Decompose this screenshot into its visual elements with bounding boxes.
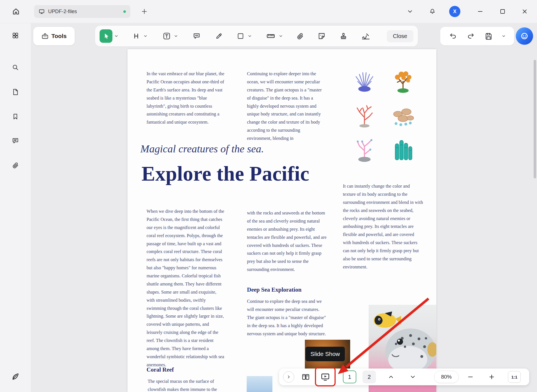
select-tool-button[interactable]	[100, 29, 112, 43]
display-icon	[39, 8, 45, 15]
undo-button[interactable]	[448, 32, 458, 40]
pen-tools-button[interactable]	[8, 369, 23, 384]
chevron-down-icon	[143, 34, 148, 38]
square-icon	[237, 32, 244, 40]
sticker-tool-button[interactable]	[317, 32, 326, 40]
chevron-down-icon	[248, 34, 252, 38]
save-dropdown[interactable]	[501, 34, 506, 39]
vertical-scrollbar-thumb[interactable]	[534, 60, 536, 178]
sidebar-item-bookmarks[interactable]	[8, 109, 23, 124]
tools-label: Tools	[51, 33, 67, 39]
actual-size-button[interactable]: 1:1	[508, 371, 521, 383]
comment-icon	[12, 137, 19, 144]
paperclip-icon	[12, 162, 19, 169]
previous-page-button[interactable]	[385, 371, 397, 382]
tabs-dropdown-button[interactable]	[404, 6, 416, 17]
paragraph-coral-left: When we dive deep into the bottom of the…	[147, 207, 225, 369]
attachment-tool-button[interactable]	[295, 32, 305, 40]
chevron-down-icon	[501, 34, 506, 38]
close-tools-button[interactable]: Close	[387, 30, 413, 42]
highlighter-tool-button[interactable]	[214, 32, 224, 40]
sidebar-item-pages[interactable]	[8, 84, 23, 100]
chevron-down-icon	[174, 34, 178, 38]
maximize-button[interactable]	[497, 6, 508, 17]
partial-bottom-image	[247, 376, 272, 392]
undo-icon	[449, 32, 457, 40]
tools-button[interactable]: Tools	[33, 27, 75, 45]
shape-tool-dropdown[interactable]	[247, 34, 252, 39]
plus-icon	[141, 8, 148, 15]
minimize-button[interactable]	[475, 6, 486, 17]
page-layout-button[interactable]	[300, 371, 312, 383]
text-icon	[163, 32, 171, 40]
redo-icon	[467, 32, 475, 40]
zoom-in-button[interactable]	[487, 372, 497, 382]
coral-image-red-branch	[349, 98, 380, 129]
new-tab-button[interactable]	[139, 6, 150, 17]
account-avatar[interactable]: X	[449, 6, 460, 17]
page-1-button[interactable]: 1	[343, 370, 356, 383]
avatar-letter: X	[453, 9, 456, 15]
edit-text-tool-button[interactable]	[132, 32, 141, 40]
paragraph-intro-left: In the vast embrace of our blue planet, …	[147, 70, 225, 126]
save-button[interactable]	[484, 32, 494, 40]
text-tool-dropdown[interactable]	[173, 34, 178, 39]
next-page-button[interactable]	[407, 371, 418, 382]
redo-button[interactable]	[466, 32, 476, 40]
chevron-down-icon	[114, 34, 119, 38]
chevron-down-icon	[409, 374, 416, 380]
coral-image-anemone	[349, 63, 380, 94]
coral-reef-heading: Coral Reef	[147, 366, 174, 373]
pen-logo-icon	[11, 372, 20, 381]
page-2-button[interactable]: 2	[362, 370, 376, 383]
ruler-icon	[266, 32, 275, 41]
chevron-down-icon	[279, 34, 283, 38]
collapse-bar-button[interactable]	[283, 371, 294, 382]
home-icon	[12, 8, 20, 15]
plus-icon	[488, 374, 495, 380]
title-bar: UPDF-2-files X	[0, 0, 537, 23]
zoom-out-button[interactable]	[465, 372, 475, 382]
notifications-button[interactable]	[427, 6, 438, 17]
stamp-tool-button[interactable]	[339, 32, 348, 40]
zoom-level-button[interactable]: 80%	[434, 371, 459, 383]
sidebar-item-menu[interactable]	[8, 28, 23, 43]
paragraph-middle-continued: with the rocks and seaweeds at the botto…	[247, 209, 327, 274]
coral-image-pink-branch	[349, 133, 380, 163]
bell-icon	[429, 8, 436, 15]
signature-icon	[361, 32, 370, 41]
coral-image-orange-tree	[388, 63, 418, 94]
ai-assistant-button[interactable]	[516, 27, 533, 45]
shape-tool-button[interactable]	[236, 32, 245, 40]
annotation-toolbar: Close	[95, 26, 418, 46]
measure-tool-button[interactable]	[265, 32, 276, 41]
select-tool-dropdown[interactable]	[114, 34, 119, 39]
text-tool-button[interactable]	[162, 32, 171, 40]
bookmark-icon	[12, 113, 19, 120]
heading-icon	[133, 32, 140, 40]
paragraph-right-column: It can instantly change the color and te…	[343, 182, 423, 271]
home-button[interactable]	[8, 4, 23, 19]
close-window-button[interactable]	[519, 6, 530, 17]
document-subtitle: Magical creatures of the sea.	[140, 143, 264, 155]
comment-tool-button[interactable]	[192, 32, 201, 40]
sidebar-item-comments[interactable]	[8, 133, 23, 148]
document-title: Explore the Pacific	[142, 162, 309, 186]
deep-sea-heading: Deep Sea Exploration	[247, 286, 302, 293]
tab-status-dot	[123, 10, 126, 13]
paperclip-icon	[296, 32, 304, 40]
cursor-icon	[102, 32, 110, 40]
chevron-up-icon	[388, 374, 394, 380]
grid-icon	[12, 32, 19, 39]
measure-tool-dropdown[interactable]	[278, 34, 283, 39]
history-save-toolbar	[440, 27, 514, 45]
sidebar-item-search[interactable]	[8, 60, 23, 75]
edit-text-tool-dropdown[interactable]	[143, 34, 148, 39]
coral-image-teal-tubes	[388, 133, 418, 163]
comment-bubble-icon	[193, 32, 201, 40]
stamp-icon	[340, 32, 347, 40]
sidebar-item-attachments[interactable]	[8, 158, 23, 173]
deep-sea-body: Continue to explore the deep sea and we …	[247, 297, 327, 338]
document-tab[interactable]: UPDF-2-files	[34, 5, 130, 18]
signature-tool-button[interactable]	[361, 32, 371, 41]
